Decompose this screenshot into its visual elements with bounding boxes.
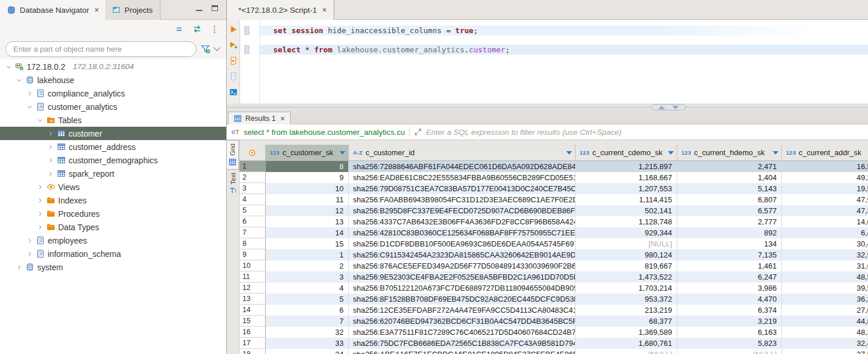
chevron-right-icon[interactable]: [26, 91, 33, 96]
cell-c-customer-id[interactable]: sha256:8F1528BB708DF69EB475DC92A8C20EC44…: [349, 294, 576, 305]
cell-c-current-addr-sk[interactable]: 48,57: [782, 271, 868, 283]
cell-c-current-hdemo-sk[interactable]: 1,404: [677, 172, 782, 183]
tree-item-data-types[interactable]: Data Types: [0, 220, 226, 234]
cell-c-customer-sk[interactable]: 11: [266, 194, 349, 205]
cell-c-current-hdemo-sk[interactable]: 6,163: [677, 327, 782, 338]
cell-c-customer-sk[interactable]: 33: [266, 338, 349, 349]
sort-dropdown-icon[interactable]: [668, 151, 674, 155]
code-line[interactable]: [260, 35, 868, 45]
cell-c-current-addr-sk[interactable]: 6,44: [782, 227, 868, 238]
chevron-right-icon[interactable]: [26, 238, 33, 244]
cell-c-customer-sk[interactable]: 34: [266, 349, 349, 354]
cell-c-current-cdemo-sk[interactable]: 953,372: [576, 294, 677, 305]
row-number[interactable]: 2: [240, 172, 266, 183]
table-row[interactable]: 102sha256:876ACE5EFED349A2D56F77D5084891…: [240, 260, 868, 271]
tree-item-customer-analytics[interactable]: customer_analytics: [0, 100, 226, 113]
cell-c-customer-sk[interactable]: 32: [266, 327, 349, 338]
chevron-down-icon[interactable]: [5, 64, 12, 70]
cell-c-current-addr-sk[interactable]: 30,46: [782, 238, 868, 249]
cell-c-current-hdemo-sk[interactable]: 1,461: [677, 260, 782, 271]
explain-plan-icon[interactable]: [229, 72, 238, 81]
cell-c-current-hdemo-sk[interactable]: 134: [677, 238, 782, 249]
tree-item-tables[interactable]: Tables: [0, 113, 226, 127]
tree-item-employees[interactable]: employees: [0, 234, 226, 247]
row-indicator-header[interactable]: [240, 145, 266, 160]
chevron-down-icon[interactable]: [15, 77, 23, 83]
cell-c-customer-id[interactable]: sha256:876ACE5EFED349A2D56F77D5084891433…: [349, 260, 576, 271]
table-row[interactable]: 411sha256:FA0ABB6943B98054FC31D12D3E3AEC…: [240, 194, 868, 205]
chevron-right-icon[interactable]: [47, 171, 54, 177]
cell-c-current-cdemo-sk[interactable]: 1,114,415: [576, 194, 677, 205]
cell-c-current-cdemo-sk[interactable]: [NULL]: [576, 238, 677, 249]
row-number[interactable]: 11: [240, 271, 266, 283]
sash-arrows[interactable]: [651, 104, 686, 110]
results-filter-input[interactable]: [426, 128, 864, 137]
chevron-right-icon[interactable]: [15, 264, 23, 270]
tab-projects[interactable]: Projects: [105, 0, 160, 20]
cell-c-current-cdemo-sk[interactable]: 68,377: [576, 316, 677, 327]
cell-c-customer-sk[interactable]: 7: [266, 316, 349, 327]
chevron-down-icon[interactable]: [213, 44, 220, 51]
chevron-right-icon[interactable]: [36, 198, 44, 203]
sort-dropdown-icon[interactable]: [340, 151, 345, 155]
row-number[interactable]: 15: [240, 316, 266, 327]
object-filter-input[interactable]: [5, 41, 197, 57]
cell-c-current-hdemo-sk[interactable]: 4,470: [677, 294, 782, 305]
cell-c-current-addr-sk[interactable]: 37,50: [782, 349, 868, 354]
presentation-tab-text[interactable]: Text: [227, 170, 239, 198]
cell-c-customer-sk[interactable]: 15: [266, 238, 349, 249]
cell-c-current-hdemo-sk[interactable]: [NULL]: [677, 349, 782, 354]
row-number[interactable]: 16: [240, 327, 266, 338]
close-icon[interactable]: ×: [322, 5, 327, 15]
cell-c-current-cdemo-sk[interactable]: 980,124: [576, 249, 677, 260]
cell-c-customer-id[interactable]: sha256:12CE35EFDABF272A4A47E9FA9CC5D4113…: [349, 305, 576, 316]
maximize-icon[interactable]: [212, 5, 218, 11]
sort-dropdown-icon[interactable]: [566, 151, 572, 155]
close-icon[interactable]: ×: [280, 114, 285, 123]
table-row[interactable]: 512sha256:B295D8FC337E9E4FECD0725D907ACD…: [240, 205, 868, 216]
cell-c-customer-id[interactable]: sha256:9E52303CE4FBA2E2F0525E8A5BFBD2C1A…: [349, 271, 576, 283]
row-number[interactable]: 1: [240, 161, 266, 172]
execute-script-icon[interactable]: [229, 56, 238, 65]
expand-filter-icon[interactable]: [414, 128, 422, 136]
row-number[interactable]: 8: [240, 238, 266, 249]
minimize-icon[interactable]: [196, 6, 202, 11]
tree-item-lakehouse[interactable]: lakehouse: [0, 73, 226, 87]
cell-c-customer-id[interactable]: sha256:EAD8E61C8C22E555834FBBA9B60556CB2…: [349, 172, 576, 183]
table-row[interactable]: 157sha256:620746BED947362BCD6CF31B0A4C54…: [240, 316, 868, 327]
cell-c-customer-id[interactable]: sha256:B295D8FC337E9E4FECD0725D907ACD6B6…: [349, 205, 576, 216]
cell-c-current-addr-sk[interactable]: 31,65: [782, 260, 868, 271]
sql-code-area[interactable]: set session hide_inaccessible_columns = …: [260, 20, 868, 103]
table-row[interactable]: 124sha256:B705122120A673FC7DE6889727DB11…: [240, 283, 868, 294]
filter-funnel-icon[interactable]: [201, 44, 210, 54]
chevron-down-icon[interactable]: [26, 104, 33, 110]
view-menu-icon[interactable]: [210, 25, 219, 33]
cell-c-customer-id[interactable]: sha256:FA0ABB6943B98054FC31D12D3E3AEC689…: [349, 194, 576, 205]
row-number[interactable]: 17: [240, 338, 266, 349]
cell-c-current-cdemo-sk[interactable]: [NULL]: [576, 349, 677, 354]
code-line[interactable]: set session hide_inaccessible_columns = …: [260, 26, 868, 35]
cell-c-current-hdemo-sk[interactable]: 5,823: [677, 338, 782, 349]
table-row[interactable]: 613sha256:4337C7AB6432E3B06FF4A3636FD2F8…: [240, 216, 868, 227]
cell-c-customer-sk[interactable]: 8: [266, 161, 349, 172]
cell-c-customer-sk[interactable]: 5: [266, 294, 349, 305]
tree-item-customer-demographics[interactable]: customer_demographics: [0, 153, 226, 167]
sash-up-icon[interactable]: [658, 106, 665, 109]
open-sql-console-icon[interactable]: [229, 88, 238, 96]
code-line[interactable]: select * from lakehouse.customer_analyti…: [260, 45, 868, 55]
tree-item-customer-address[interactable]: customer_address: [0, 140, 226, 153]
cell-c-customer-id[interactable]: sha256:79D08751C3EA7C83BA57D177E00413D0C…: [349, 183, 576, 194]
tab-script-1[interactable]: *<172.18.0.2> Script-1 ×: [227, 0, 334, 20]
collapse-all-icon[interactable]: [175, 25, 184, 34]
tab-results-1[interactable]: Results 1 ×: [228, 112, 291, 124]
cell-c-current-cdemo-sk[interactable]: 213,219: [576, 305, 677, 316]
chevron-right-icon[interactable]: [36, 224, 44, 230]
sash-down-icon[interactable]: [672, 106, 679, 109]
cell-c-current-cdemo-sk[interactable]: 1,128,748: [576, 216, 677, 227]
tree-item-system[interactable]: system: [0, 260, 226, 274]
chevron-right-icon[interactable]: [26, 251, 33, 257]
tree-item-customer[interactable]: customer: [0, 127, 226, 140]
execute-new-tab-icon[interactable]: [229, 41, 238, 49]
column-header-c-current-cdemo-sk[interactable]: 123c_current_cdemo_sk: [576, 145, 677, 160]
row-number[interactable]: 14: [240, 305, 266, 316]
